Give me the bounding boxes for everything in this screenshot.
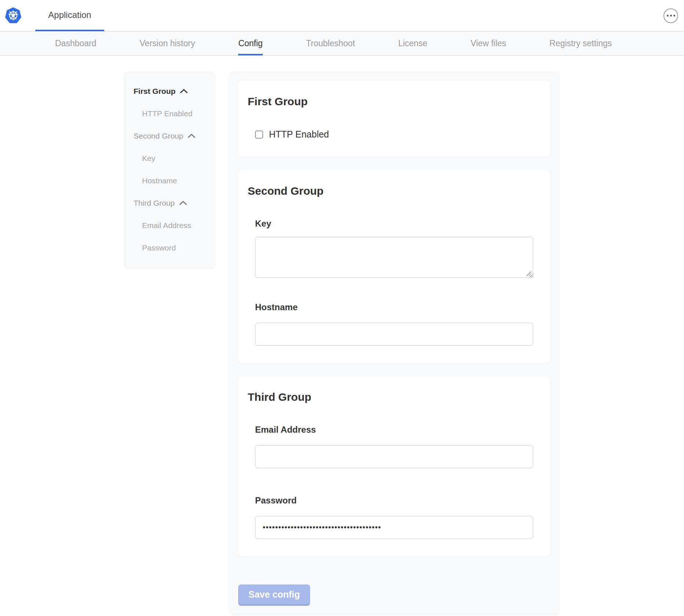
http-enabled-field: HTTP Enabled — [255, 129, 533, 140]
sidebar-item-key[interactable]: Key — [134, 154, 209, 162]
config-group-third: Third Group Email Address Password — [238, 376, 550, 556]
config-sidebar: First Group HTTP Enabled Second Group Ke… — [124, 71, 215, 269]
more-button[interactable] — [663, 8, 678, 23]
sidebar-item-label: Third Group — [134, 199, 175, 207]
tab-registry-settings[interactable]: Registry settings — [549, 32, 612, 55]
app-tab[interactable]: Application — [35, 0, 104, 31]
app-nav: Dashboard Version history Config Trouble… — [0, 32, 684, 56]
sidebar-item-password[interactable]: Password — [134, 244, 209, 252]
sidebar-item-label: Key — [142, 154, 155, 162]
sidebar-item-label: Second Group — [134, 132, 183, 140]
group-title: Second Group — [248, 186, 533, 197]
chevron-up-icon — [188, 133, 196, 138]
config-page: First Group HTTP Enabled Second Group Ke… — [0, 56, 684, 616]
sidebar-item-label: Email Address — [142, 221, 191, 229]
sidebar-item-label: Password — [142, 244, 176, 252]
sidebar-item-label: Hostname — [142, 177, 177, 184]
field-label: Key — [255, 219, 533, 228]
header: Application — [0, 0, 684, 32]
ellipsis-icon — [667, 15, 669, 16]
config-group-second: Second Group Key Hostname — [238, 170, 550, 363]
sidebar-item-label: First Group — [134, 87, 175, 95]
config-panel: First Group HTTP Enabled Second Group Ke… — [229, 71, 560, 616]
email-input[interactable] — [255, 445, 533, 468]
sidebar-item-email-address[interactable]: Email Address — [134, 221, 209, 229]
field-label: Password — [255, 496, 533, 505]
group-title: First Group — [248, 96, 533, 107]
tab-license[interactable]: License — [398, 32, 427, 55]
key-textarea[interactable] — [255, 237, 533, 278]
password-input[interactable] — [255, 516, 533, 539]
config-group-first: First Group HTTP Enabled — [238, 81, 550, 157]
tab-dashboard[interactable]: Dashboard — [55, 32, 97, 55]
hostname-input[interactable] — [255, 323, 533, 346]
http-enabled-checkbox[interactable] — [255, 131, 263, 139]
sidebar-item-http-enabled[interactable]: HTTP Enabled — [134, 110, 209, 117]
group-title: Third Group — [248, 392, 533, 403]
save-config-button[interactable]: Save config — [238, 584, 310, 606]
sidebar-item-hostname[interactable]: Hostname — [134, 177, 209, 184]
tab-troubleshoot[interactable]: Troubleshoot — [306, 32, 355, 55]
chevron-up-icon — [180, 89, 188, 94]
ellipsis-icon — [670, 15, 672, 16]
sidebar-item-first-group[interactable]: First Group — [134, 87, 209, 95]
field-label: Hostname — [255, 303, 533, 312]
sidebar-item-label: HTTP Enabled — [142, 110, 192, 117]
hostname-field: Hostname — [255, 303, 533, 346]
ellipsis-icon — [673, 15, 675, 16]
tab-version-history[interactable]: Version history — [140, 32, 195, 55]
chevron-up-icon — [179, 201, 187, 205]
tab-config[interactable]: Config — [238, 32, 262, 55]
kubernetes-logo-icon — [4, 7, 22, 25]
password-field: Password — [255, 496, 533, 539]
checkbox-label: HTTP Enabled — [269, 129, 329, 140]
sidebar-item-third-group[interactable]: Third Group — [134, 199, 209, 207]
key-field: Key — [255, 219, 533, 278]
header-spacer — [104, 0, 663, 31]
tab-view-files[interactable]: View files — [471, 32, 506, 55]
field-label: Email Address — [255, 425, 533, 434]
sidebar-item-second-group[interactable]: Second Group — [134, 132, 209, 140]
email-address-field: Email Address — [255, 425, 533, 468]
